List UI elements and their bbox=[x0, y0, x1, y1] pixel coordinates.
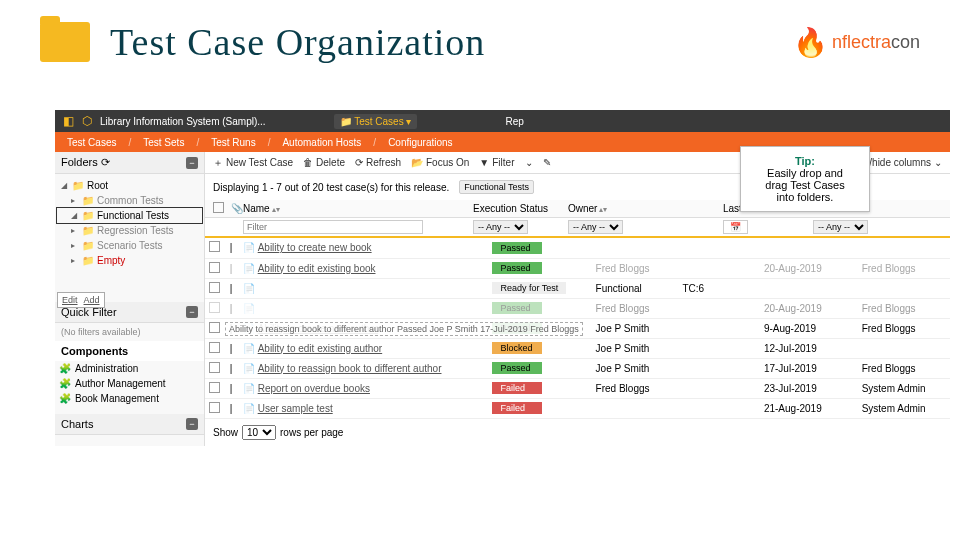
author-filter[interactable]: -- Any -- bbox=[813, 220, 868, 234]
page-size-select[interactable]: 10 bbox=[242, 425, 276, 440]
show-columns-button[interactable]: w/hide columns ⌄ bbox=[862, 157, 942, 168]
testcase-name[interactable]: Ability to edit existing book bbox=[258, 263, 376, 274]
select-all-checkbox[interactable] bbox=[213, 202, 224, 213]
row-checkbox[interactable] bbox=[209, 362, 220, 373]
tip-title: Tip: bbox=[753, 155, 857, 167]
status-badge: Passed bbox=[492, 302, 542, 314]
app-topbar: ◧ ⬡ Library Information System (Sampl)..… bbox=[55, 110, 950, 132]
collapse-icon[interactable]: − bbox=[186, 418, 198, 430]
nav-testsets[interactable]: Test Sets bbox=[139, 135, 188, 150]
author-cell: System Admin bbox=[858, 378, 950, 398]
status-badge: Passed bbox=[492, 262, 542, 274]
edit-icon[interactable]: ✎ bbox=[543, 157, 551, 168]
refresh-button[interactable]: ⟳Refresh bbox=[355, 157, 401, 168]
table-row[interactable]: | 📄User sample test Failed 21-Aug-2019 S… bbox=[205, 398, 950, 418]
collapse-icon[interactable]: − bbox=[186, 157, 198, 169]
tree-empty[interactable]: ▸📁Empty bbox=[57, 253, 202, 268]
testcase-icon: 📄 bbox=[243, 283, 255, 294]
context-badge: Functional Tests bbox=[459, 180, 534, 194]
lastexec-cell: 21-Aug-2019 bbox=[760, 398, 858, 418]
extra-cell bbox=[678, 378, 759, 398]
tree-root[interactable]: ◢📁Root bbox=[57, 178, 202, 193]
testcase-icon: 📄 bbox=[243, 242, 255, 253]
status-badge: Blocked bbox=[492, 342, 542, 354]
table-row[interactable]: | 📄Ability to edit existing book Passed … bbox=[205, 258, 950, 278]
status-filter[interactable]: -- Any -- bbox=[473, 220, 528, 234]
puzzle-icon: 🧩 bbox=[59, 378, 71, 389]
lastexec-cell bbox=[760, 278, 858, 298]
name-filter-input[interactable] bbox=[243, 220, 423, 234]
table-row[interactable]: | 📄 Passed Fred Bloggs 20-Aug-2019 Fred … bbox=[205, 298, 950, 318]
lastexec-cell: 20-Aug-2019 bbox=[760, 258, 858, 278]
collapse-icon[interactable]: − bbox=[186, 306, 198, 318]
pager: Show 10 rows per page bbox=[205, 419, 950, 446]
row-checkbox[interactable] bbox=[209, 402, 220, 413]
tooltip-add[interactable]: Add bbox=[84, 295, 100, 305]
nav-configs[interactable]: Configurations bbox=[384, 135, 456, 150]
table-row[interactable]: | 📄 Ready for Test Functional TC:6 bbox=[205, 278, 950, 298]
table-row[interactable]: | 📄Report on overdue books Failed Fred B… bbox=[205, 378, 950, 398]
refresh-icon[interactable]: ⟳ bbox=[101, 156, 110, 168]
row-checkbox[interactable] bbox=[209, 302, 220, 313]
extra-cell bbox=[678, 398, 759, 418]
testcase-name[interactable]: User sample test bbox=[258, 403, 333, 414]
tree-functional[interactable]: ◢📁Functional Tests bbox=[57, 208, 202, 223]
row-checkbox[interactable] bbox=[209, 382, 220, 393]
testcases-menu[interactable]: 📁 Test Cases ▾ bbox=[334, 114, 418, 129]
tree-common[interactable]: ▸📁Common Tests bbox=[57, 193, 202, 208]
row-checkbox[interactable] bbox=[209, 322, 220, 333]
inflectracon-logo: 🔥 nflectracon bbox=[793, 26, 920, 59]
owner-filter[interactable]: -- Any -- bbox=[568, 220, 623, 234]
testcase-name[interactable]: Report on overdue books bbox=[258, 383, 370, 394]
folders-header: Folders bbox=[61, 156, 98, 168]
owner-cell: Joe P Smith bbox=[592, 358, 679, 378]
tip-callout: Tip: Easily drop and drag Test Cases int… bbox=[740, 146, 870, 212]
extra-cell bbox=[678, 358, 759, 378]
folder-tree: ◢📁Root ▸📁Common Tests ◢📁Functional Tests… bbox=[55, 174, 204, 272]
extra-cell bbox=[678, 318, 759, 338]
table-row[interactable]: | 📄Ability to edit existing author Block… bbox=[205, 338, 950, 358]
component-admin[interactable]: 🧩Administration bbox=[55, 361, 204, 376]
component-book[interactable]: 🧩Book Management bbox=[55, 391, 204, 406]
product-name[interactable]: Library Information System (Sampl)... bbox=[100, 116, 266, 127]
row-checkbox[interactable] bbox=[209, 282, 220, 293]
row-checkbox[interactable] bbox=[209, 342, 220, 353]
filter-button[interactable]: ▼Filter bbox=[479, 157, 514, 168]
extra-cell bbox=[678, 238, 759, 258]
new-testcase-button[interactable]: ＋New Test Case bbox=[213, 156, 293, 170]
filter-row: -- Any -- -- Any -- 📅 -- Any -- bbox=[205, 218, 950, 238]
status-badge: Failed bbox=[492, 382, 542, 394]
table-row[interactable]: | 📄Ability to reassign book to different… bbox=[205, 358, 950, 378]
tree-regression[interactable]: ▸📁Regression Tests bbox=[57, 223, 202, 238]
component-author[interactable]: 🧩Author Management bbox=[55, 376, 204, 391]
delete-button[interactable]: 🗑Delete bbox=[303, 157, 345, 168]
table-row[interactable]: | 📄Ability to create new book Passed bbox=[205, 238, 950, 258]
row-checkbox[interactable] bbox=[209, 262, 220, 273]
testcase-name[interactable]: Ability to edit existing author bbox=[258, 343, 383, 354]
nav-testcases[interactable]: Test Cases bbox=[63, 135, 120, 150]
testcase-icon: 📄 bbox=[243, 363, 255, 374]
drag-ghost: Ability to reassign book to different au… bbox=[225, 322, 583, 336]
nav-testruns[interactable]: Test Runs bbox=[207, 135, 259, 150]
tooltip-edit[interactable]: Edit bbox=[62, 295, 78, 305]
author-cell bbox=[858, 338, 950, 358]
focus-button[interactable]: 📂Focus On bbox=[411, 157, 469, 168]
components-header: Components bbox=[61, 345, 128, 357]
testcase-icon: 📄 bbox=[243, 383, 255, 394]
chevron-down-icon[interactable]: ⌄ bbox=[525, 157, 533, 168]
lastexec-cell: 9-Aug-2019 bbox=[760, 318, 858, 338]
row-checkbox[interactable] bbox=[209, 241, 220, 252]
testcase-name[interactable]: Ability to reassign book to different au… bbox=[258, 363, 442, 374]
tree-scenario[interactable]: ▸📁Scenario Tests bbox=[57, 238, 202, 253]
attach-icon: 📎 bbox=[231, 203, 243, 214]
app-screenshot: ◧ ⬡ Library Information System (Sampl)..… bbox=[55, 110, 950, 446]
owner-cell: Fred Bloggs bbox=[592, 378, 679, 398]
reports-menu[interactable]: Rep bbox=[505, 116, 523, 127]
nav-autohosts[interactable]: Automation Hosts bbox=[278, 135, 365, 150]
folder-tooltip: Edit Add bbox=[57, 292, 105, 308]
testcase-name[interactable]: Ability to create new book bbox=[258, 242, 372, 253]
charts-header: Charts bbox=[61, 418, 93, 430]
date-filter[interactable]: 📅 bbox=[723, 220, 748, 234]
owner-cell: Joe P Smith bbox=[592, 338, 679, 358]
lastexec-cell: 12-Jul-2019 bbox=[760, 338, 858, 358]
